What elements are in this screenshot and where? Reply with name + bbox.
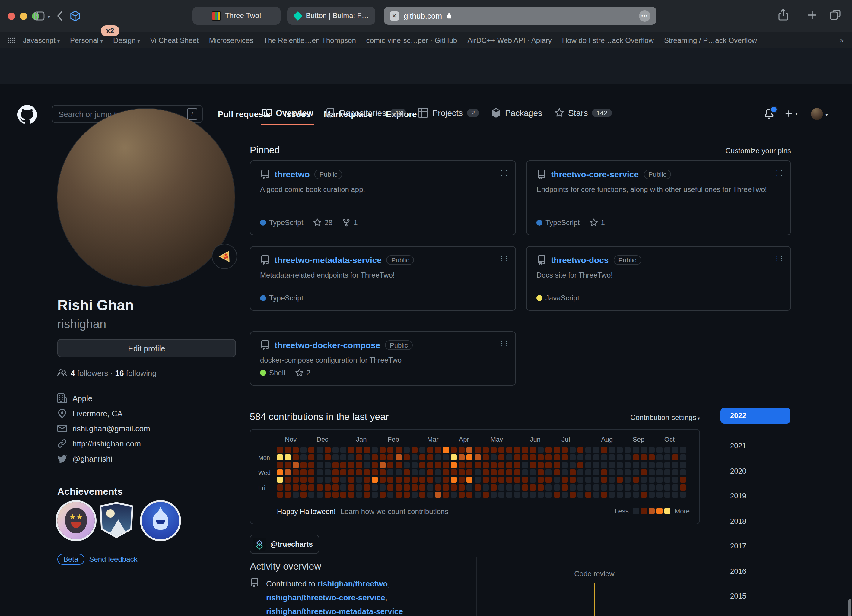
contribution-cell[interactable] [380,447,386,453]
contribution-cell[interactable] [601,492,607,498]
contribution-cell[interactable] [396,462,402,468]
contribution-cell[interactable] [609,447,615,453]
share-icon[interactable] [777,8,789,22]
contribution-cell[interactable] [419,477,425,483]
contribution-cell[interactable] [577,484,583,490]
contribution-cell[interactable] [364,470,370,476]
contribution-cell[interactable] [364,447,370,453]
contribution-cell[interactable] [332,454,338,460]
contribution-cell[interactable] [522,454,528,460]
contribution-cell[interactable] [554,447,560,453]
contribution-cell[interactable] [664,477,671,483]
contribution-cell[interactable] [403,447,409,453]
contribution-cell[interactable] [388,492,394,498]
contribution-cell[interactable] [482,477,488,483]
contribution-cell[interactable] [499,477,505,483]
contribution-cell[interactable] [577,454,583,460]
contribution-cell[interactable] [514,447,520,453]
contribution-cell[interactable] [380,477,386,483]
contribution-cell[interactable] [538,470,544,476]
contribution-cell[interactable] [324,454,330,460]
contribution-cell[interactable] [657,470,663,476]
contribution-cell[interactable] [680,470,686,476]
browser-tab[interactable]: Button | Bulma: F… [287,7,375,25]
contribution-cell[interactable] [490,454,496,460]
contribution-cell[interactable] [569,454,576,460]
contribution-cell[interactable] [601,447,607,453]
contribution-cell[interactable] [427,470,433,476]
contribution-cell[interactable] [577,470,583,476]
bookmark-item[interactable]: Vi Cheat Sheet [150,36,199,44]
contribution-cell[interactable] [657,447,663,453]
contribution-cell[interactable] [316,470,323,476]
contribution-cell[interactable] [593,447,599,453]
scrollbar-thumb[interactable] [848,599,851,616]
contribution-cell[interactable] [672,492,678,498]
contribution-cell[interactable] [664,454,671,460]
contribution-cell[interactable] [633,492,639,498]
contribution-cell[interactable] [641,484,647,490]
contribution-cell[interactable] [546,484,552,490]
contribution-cell[interactable] [277,447,283,453]
contribution-cell[interactable] [474,477,480,483]
contribution-cell[interactable] [435,492,441,498]
contribution-cell[interactable] [593,470,599,476]
contribution-cell[interactable] [562,454,568,460]
contribution-cell[interactable] [309,462,315,468]
contribution-cell[interactable] [506,462,512,468]
contribution-cell[interactable] [356,447,362,453]
contribution-cell[interactable] [277,454,283,460]
contribution-cell[interactable] [277,492,283,498]
year-item[interactable]: 2019 [730,492,746,500]
contribution-cell[interactable] [380,484,386,490]
contribution-cell[interactable] [538,462,544,468]
contribution-cell[interactable] [451,470,457,476]
contribution-cell[interactable] [609,484,615,490]
contribution-cell[interactable] [348,447,354,453]
contribution-cell[interactable] [569,470,576,476]
contribution-cell[interactable] [672,477,678,483]
contribution-cell[interactable] [585,477,591,483]
contribution-cell[interactable] [411,492,417,498]
contribution-cell[interactable] [396,492,402,498]
contribution-cell[interactable] [530,470,536,476]
contribution-cell[interactable] [332,447,338,453]
contribution-cell[interactable] [530,484,536,490]
contribution-cell[interactable] [316,462,323,468]
contribution-cell[interactable] [467,447,473,453]
contribution-cell[interactable] [396,454,402,460]
bookmark-item[interactable]: How do I stre…ack Overflow [562,36,654,44]
bookmark-item[interactable]: Personal▾ [70,36,103,44]
contribution-cell[interactable] [562,484,568,490]
contribution-cell[interactable] [411,447,417,453]
contribution-cell[interactable] [451,477,457,483]
contribution-cell[interactable] [403,454,409,460]
contribution-cell[interactable] [633,454,639,460]
contribution-cell[interactable] [316,477,323,483]
contribution-cell[interactable] [285,454,291,460]
reader-options-icon[interactable]: ••• [639,10,651,21]
contribution-cell[interactable] [372,470,378,476]
contribution-cell[interactable] [364,477,370,483]
contribution-cell[interactable] [530,477,536,483]
contribution-cell[interactable] [506,470,512,476]
contribution-cell[interactable] [490,447,496,453]
contribution-cell[interactable] [427,447,433,453]
contribution-cell[interactable] [316,447,323,453]
contribution-cell[interactable] [617,447,623,453]
contribution-cell[interactable] [672,470,678,476]
tab-repositories[interactable]: Repositories46 [319,100,412,125]
year-item[interactable]: 2015 [730,592,746,600]
contribution-cell[interactable] [490,462,496,468]
contribution-cell[interactable] [522,477,528,483]
contribution-cell[interactable] [451,462,457,468]
contribution-cell[interactable] [332,462,338,468]
contribution-cell[interactable] [443,470,449,476]
achievement-badge-starstruck[interactable]: ★★ [57,502,95,539]
repo-stars-link[interactable]: 1 [589,218,604,227]
year-item[interactable]: 2018 [730,517,746,525]
contribution-cell[interactable] [554,477,560,483]
contribution-cell[interactable] [490,470,496,476]
contribution-cell[interactable] [617,462,623,468]
contribution-cell[interactable] [309,454,315,460]
